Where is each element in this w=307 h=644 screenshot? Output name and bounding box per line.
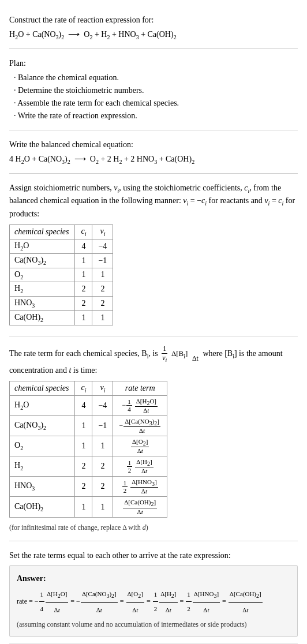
answer-section: Set the rate terms equal to each other t… xyxy=(9,541,298,643)
species-cell: H2O xyxy=(10,395,75,415)
construct-section: Construct the rate of reaction expressio… xyxy=(9,6,298,49)
vi-cell: 1 xyxy=(92,310,113,325)
plan-step-3: · Assemble the rate term for each chemic… xyxy=(14,97,298,109)
ci-cell: 1 xyxy=(75,415,92,436)
species-cell: O2 xyxy=(10,436,75,456)
answer-note: (assuming constant volume and no accumul… xyxy=(17,619,290,630)
ci-cell: 1 xyxy=(75,253,92,268)
balanced-eq-label: Write the balanced chemical equation: xyxy=(9,138,298,151)
rate-col-rate: rate term xyxy=(113,381,167,395)
table-row: H2 2 2 12 Δ[H2]Δt xyxy=(10,456,167,477)
vi-cell: 2 xyxy=(92,456,113,477)
ci-cell: 1 xyxy=(75,436,92,456)
rate-note: (for infinitesimal rate of change, repla… xyxy=(9,522,298,533)
rate-term-section: The rate term for each chemical species,… xyxy=(9,336,298,541)
stoich-col-species: chemical species xyxy=(10,225,75,239)
vi-cell: 1 xyxy=(92,497,113,517)
table-row: HNO3 2 2 xyxy=(10,297,113,311)
table-row: H2 2 2 xyxy=(10,282,113,297)
table-row: H2O 4 −4 xyxy=(10,239,113,253)
species-cell: H2 xyxy=(10,456,75,477)
rate-term-table: chemical species ci νi rate term H2O 4 −… xyxy=(9,381,167,518)
plan-section: Plan: · Balance the chemical equation. ·… xyxy=(9,49,298,130)
plan-step-4: · Write the rate of reaction expression. xyxy=(14,110,298,122)
rate-col-species: chemical species xyxy=(10,381,75,395)
plan-step-2: · Determine the stoichiometric numbers. xyxy=(14,84,298,96)
species-cell: HNO3 xyxy=(10,297,75,311)
species-cell: HNO3 xyxy=(10,477,75,497)
stoich-intro: Assign stoichiometric numbers, νi, using… xyxy=(9,182,298,220)
rate-formula-inline: 1 νi Δ[Bi] x Δt xyxy=(160,349,203,358)
plan-label: Plan: xyxy=(9,57,298,69)
ci-cell: 1 xyxy=(75,310,92,325)
vi-cell: −4 xyxy=(92,239,113,253)
species-cell: Ca(NO3)2 xyxy=(10,253,75,268)
rate-cell: 12 Δ[HNO3]Δt xyxy=(113,477,167,497)
table-row: Ca(NO3)2 1 −1 −Δ[Ca(NO3)2]Δt xyxy=(10,415,167,436)
construct-label: Construct the rate of reaction expressio… xyxy=(9,14,298,26)
species-cell: Ca(OH)2 xyxy=(10,310,75,325)
table-row: Ca(OH)2 1 1 Δ[Ca(OH)2]Δt xyxy=(10,497,167,517)
plan-list: · Balance the chemical equation. · Deter… xyxy=(14,72,298,122)
vi-cell: −1 xyxy=(92,415,113,436)
species-cell: Ca(NO3)2 xyxy=(10,415,75,436)
table-row: Ca(OH)2 1 1 xyxy=(10,310,113,325)
balanced-eq-section: Write the balanced chemical equation: 4 … xyxy=(9,130,298,174)
species-cell: H2O xyxy=(10,239,75,253)
vi-cell: 2 xyxy=(92,297,113,311)
rate-cell: 12 Δ[H2]Δt xyxy=(113,456,167,477)
stoich-col-vi: νi xyxy=(92,225,113,239)
vi-cell: 1 xyxy=(92,268,113,282)
answer-box: Answer: rate = −14Δ[H2O]Δt = −Δ[Ca(NO3)2… xyxy=(9,565,298,637)
ci-cell: 2 xyxy=(75,297,92,311)
table-row: H2O 4 −4 −14 Δ[H2O]Δt xyxy=(10,395,167,415)
rate-expression: rate = −14Δ[H2O]Δt = −Δ[Ca(NO3)2]Δt = Δ[… xyxy=(17,587,290,617)
table-row: O2 1 1 xyxy=(10,268,113,282)
vi-cell: −1 xyxy=(92,253,113,268)
rate-cell: −Δ[Ca(NO3)2]Δt xyxy=(113,415,167,436)
rate-col-ci: ci xyxy=(75,381,92,395)
vi-cell: 1 xyxy=(92,436,113,456)
ci-cell: 4 xyxy=(75,395,92,415)
species-cell: H2 xyxy=(10,282,75,297)
rate-cell: −14 Δ[H2O]Δt xyxy=(113,395,167,415)
vi-cell: 2 xyxy=(92,477,113,497)
stoich-section: Assign stoichiometric numbers, νi, using… xyxy=(9,174,298,336)
species-cell: O2 xyxy=(10,268,75,282)
stoich-col-ci: ci xyxy=(75,225,92,239)
ci-cell: 2 xyxy=(75,456,92,477)
rate-cell: Δ[Ca(OH)2]Δt xyxy=(113,497,167,517)
ci-cell: 1 xyxy=(75,268,92,282)
vi-cell: −4 xyxy=(92,395,113,415)
answer-label: Answer: xyxy=(17,572,290,585)
table-row: HNO3 2 2 12 Δ[HNO3]Δt xyxy=(10,477,167,497)
answer-intro: Set the rate terms equal to each other t… xyxy=(9,549,298,561)
vi-cell: 2 xyxy=(92,282,113,297)
table-row: Ca(NO3)2 1 −1 xyxy=(10,253,113,268)
stoich-table: chemical species ci νi H2O 4 −4 Ca(NO3)2… xyxy=(9,224,113,325)
rate-cell: Δ[O2]Δt xyxy=(113,436,167,456)
rate-term-intro: The rate term for each chemical species,… xyxy=(9,345,298,376)
table-row: O2 1 1 Δ[O2]Δt xyxy=(10,436,167,456)
species-cell: Ca(OH)2 xyxy=(10,497,75,517)
main-reaction: H2O + Ca(NO3)2 ⟶ O2 + H2 + HNO3 + Ca(OH)… xyxy=(9,28,298,42)
ci-cell: 4 xyxy=(75,239,92,253)
rate-col-vi: νi xyxy=(92,381,113,395)
ci-cell: 2 xyxy=(75,477,92,497)
balanced-equation: 4 H2O + Ca(NO3)2 ⟶ O2 + 2 H2 + 2 HNO3 + … xyxy=(9,153,298,166)
plan-step-1: · Balance the chemical equation. xyxy=(14,72,298,84)
ci-cell: 2 xyxy=(75,282,92,297)
ci-cell: 1 xyxy=(75,497,92,517)
